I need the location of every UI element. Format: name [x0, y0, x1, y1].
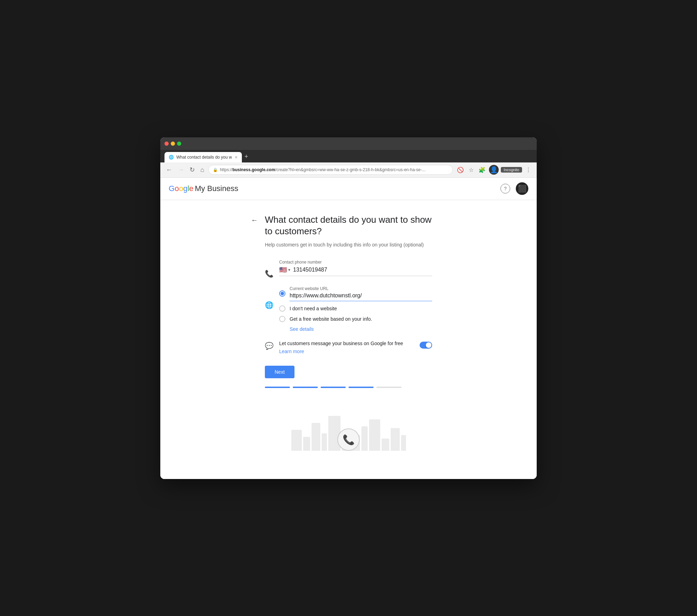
building-5 [328, 416, 340, 451]
logo-o2: o [179, 184, 183, 193]
building-3 [312, 423, 320, 451]
building-2 [303, 437, 310, 451]
reload-button[interactable]: ↻ [188, 165, 196, 175]
camera-off-icon[interactable]: 🚫 [455, 165, 465, 175]
toolbar-right: 🚫 ☆ 🧩 👤 Incognito ⋮ [455, 165, 533, 175]
building-4 [322, 433, 327, 451]
title-bar [160, 137, 537, 150]
progress-bars [265, 387, 432, 388]
avatar[interactable]: 👤 [489, 165, 499, 175]
building-11 [391, 428, 400, 451]
traffic-lights [164, 142, 181, 146]
phone-field-content: Contact phone number 🇺🇸 ▾ [279, 260, 432, 276]
tab-favicon: 🌐 [169, 155, 174, 160]
logo-g2: g [183, 184, 187, 193]
messaging-content: Let customers message your business on G… [279, 340, 414, 355]
minimize-button[interactable] [171, 142, 175, 146]
website-field-row: 🌐 Current website URL [265, 286, 432, 332]
lock-icon: 🔒 [213, 168, 218, 172]
url-bar[interactable]: 🔒 https://business.google.com/create?hl=… [208, 165, 453, 175]
close-button[interactable] [164, 142, 169, 146]
message-icon: 💬 [265, 342, 274, 350]
radio-free-website[interactable]: Get a free website based on your info. [279, 316, 432, 322]
incognito-badge: Incognito [501, 167, 522, 173]
building-12 [401, 435, 406, 451]
tab-close-button[interactable]: × [235, 154, 237, 160]
radio-no-website-label: I don't need a website [290, 306, 337, 311]
tab-bar: 🌐 What contact details do you w × + [160, 150, 537, 162]
logo-g: G [169, 184, 175, 193]
form-container: ← What contact details do you want to sh… [265, 214, 432, 402]
toggle-wrapper [420, 342, 432, 349]
messaging-text: Let customers message your business on G… [279, 340, 414, 347]
progress-bar-2 [293, 387, 318, 388]
user-avatar[interactable]: ⬛ [516, 182, 528, 195]
phone-field-row: 📞 Contact phone number 🇺🇸 ▾ [265, 260, 432, 278]
building-8 [361, 426, 368, 451]
gmb-header: Google My Business ? ⬛ [160, 178, 537, 200]
phone-icon: 📞 [265, 269, 274, 278]
logo-o1: o [175, 184, 179, 193]
url-domain: business.google.com [232, 167, 275, 172]
phone-graphic: 📞 [337, 428, 360, 451]
radio-free-website-circle[interactable] [279, 316, 285, 322]
bottom-decoration: 📞 [160, 409, 537, 451]
url-path: /create?hl=en&gmbsrc=ww-ww-ha-se-z-gmb-s… [275, 167, 426, 172]
help-button[interactable]: ? [500, 184, 510, 193]
more-menu-button[interactable]: ⋮ [524, 165, 533, 175]
back-nav-button[interactable]: ← [164, 165, 174, 175]
new-tab-button[interactable]: + [245, 153, 248, 160]
google-logo: Google My Business [169, 184, 238, 193]
tab-title: What contact details do you w [176, 155, 232, 160]
phone-input-wrapper: 🇺🇸 ▾ [279, 266, 432, 276]
building-10 [382, 439, 389, 451]
form-subtitle: Help customers get in touch by including… [265, 242, 432, 249]
home-button[interactable]: ⌂ [199, 165, 206, 175]
logo-e: e [189, 184, 193, 193]
address-bar: ← → ↻ ⌂ 🔒 https://business.google.com/cr… [160, 162, 537, 178]
messaging-row: 💬 Let customers message your business on… [265, 340, 432, 355]
website-field-content: Current website URL I don't need a websi… [279, 286, 432, 332]
progress-bar-4 [348, 387, 374, 388]
phone-input[interactable] [293, 267, 432, 273]
help-icon: ? [504, 186, 507, 191]
building-1 [291, 430, 302, 451]
globe-icon: 🌐 [265, 301, 274, 309]
country-selector[interactable]: 🇺🇸 ▾ [279, 266, 290, 274]
radio-website[interactable] [279, 290, 285, 297]
next-button[interactable]: Next [265, 366, 294, 378]
chevron-down-icon: ▾ [288, 267, 290, 272]
phone-label: Contact phone number [279, 260, 432, 265]
extensions-icon[interactable]: 🧩 [477, 165, 487, 175]
active-tab[interactable]: 🌐 What contact details do you w × [164, 152, 242, 162]
website-url-label: Current website URL [290, 286, 432, 291]
back-button[interactable]: ← [251, 216, 258, 224]
progress-bar-1 [265, 387, 290, 388]
radio-free-website-label: Get a free website based on your info. [290, 316, 372, 322]
radio-no-website[interactable]: I don't need a website [279, 305, 432, 312]
radio-no-website-circle[interactable] [279, 305, 285, 312]
url-text: https://business.google.com/create?hl=en… [220, 167, 448, 172]
forward-nav-button[interactable]: → [176, 165, 185, 175]
product-name: My Business [195, 184, 238, 193]
see-details-link[interactable]: See details [290, 326, 432, 332]
website-url-input[interactable] [290, 292, 432, 299]
flag-emoji: 🇺🇸 [279, 266, 287, 274]
toggle-knob [426, 342, 431, 348]
progress-bar-3 [321, 387, 346, 388]
building-9 [369, 419, 380, 451]
header-right: ? ⬛ [500, 182, 528, 195]
main-content: ← What contact details do you want to sh… [160, 200, 537, 479]
url-input-wrapper [290, 292, 432, 301]
learn-more-link[interactable]: Learn more [279, 349, 304, 354]
messaging-toggle[interactable] [420, 342, 432, 349]
progress-bar-5 [376, 387, 401, 388]
browser-window: 🌐 What contact details do you w × + ← → … [160, 137, 537, 479]
bookmark-icon[interactable]: ☆ [467, 165, 475, 175]
maximize-button[interactable] [177, 142, 181, 146]
form-title: What contact details do you want to show… [265, 214, 432, 238]
